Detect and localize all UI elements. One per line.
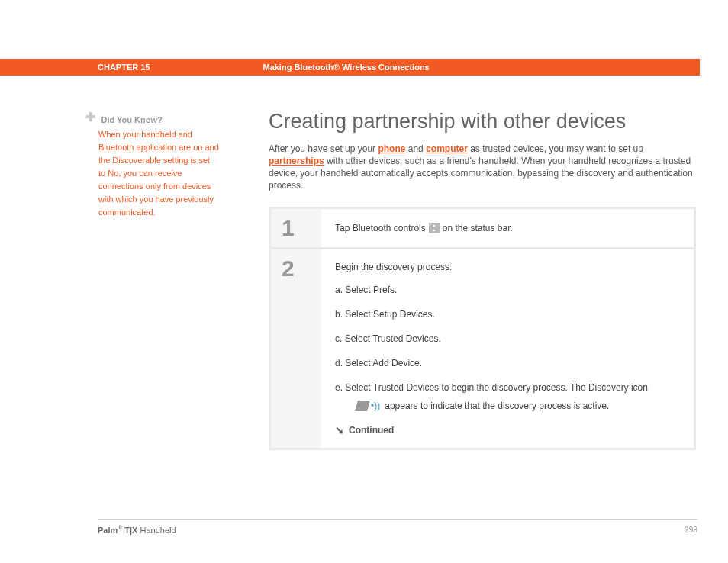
- substep-e-cont: appears to indicate that the discovery p…: [385, 399, 609, 413]
- plus-icon: ✚: [85, 112, 95, 123]
- step-1-row: 1 Tap Bluetooth controls on the status b…: [271, 209, 694, 249]
- chapter-header: CHAPTER 15 Making Bluetooth® Wireless Co…: [0, 59, 700, 76]
- continued-arrow-icon: ➘: [335, 423, 344, 437]
- steps-container: 1 Tap Bluetooth controls on the status b…: [269, 207, 696, 450]
- step-1-content: Tap Bluetooth controls on the status bar…: [321, 209, 694, 247]
- footer-brand: Palm: [98, 526, 118, 535]
- step-2-number: 2: [271, 249, 321, 448]
- sidebar-tip: ✚ Did You Know? When your handheld and B…: [85, 112, 219, 219]
- substep-a: a. Select Prefs.: [335, 283, 680, 297]
- intro-paragraph: After you have set up your phone and com…: [269, 143, 696, 191]
- phone-link[interactable]: phone: [378, 143, 405, 154]
- intro-text-pre: After you have set up your: [269, 143, 378, 154]
- did-you-know-label: Did You Know?: [101, 115, 162, 124]
- footer-model: T|X: [122, 526, 137, 535]
- sidebar-tip-text: When your handheld and Bluetooth applica…: [98, 128, 219, 219]
- did-you-know-row: ✚ Did You Know?: [85, 112, 219, 126]
- wave-icon: •)): [371, 399, 380, 413]
- substep-d: d. Select Add Device.: [335, 356, 680, 370]
- chapter-number: CHAPTER 15: [98, 63, 150, 72]
- step-1-number: 1: [271, 209, 321, 247]
- step-1-text-pre: Tap Bluetooth controls: [335, 221, 426, 235]
- main-content: Creating partnership with other devices …: [269, 110, 696, 450]
- continued-label: ➘ Continued: [335, 423, 680, 437]
- bluetooth-icon: [429, 223, 440, 233]
- discovery-icon: [355, 401, 370, 411]
- step-2-intro: Begin the discovery process:: [335, 260, 680, 274]
- computer-link[interactable]: computer: [426, 143, 468, 154]
- intro-text-post: with other devices, such as a friend's h…: [269, 156, 693, 191]
- chapter-title: Making Bluetooth® Wireless Connections: [263, 63, 429, 72]
- discovery-icon-line: •)) appears to indicate that the discove…: [335, 399, 680, 413]
- page-number: 299: [685, 526, 697, 534]
- footer-branding: Palm® T|X Handheld: [98, 524, 176, 535]
- footer-device: Handheld: [137, 526, 176, 535]
- step-1-text-post: on the status bar.: [443, 221, 513, 235]
- partnerships-link[interactable]: partnerships: [269, 156, 324, 166]
- intro-text-mid: as trusted devices, you may want to set …: [468, 143, 643, 154]
- step-2-row: 2 Begin the discovery process: a. Select…: [271, 249, 694, 448]
- intro-text-and: and: [405, 143, 426, 154]
- step-2-content: Begin the discovery process: a. Select P…: [321, 249, 694, 448]
- substep-c: c. Select Trusted Devices.: [335, 332, 680, 346]
- page-footer: Palm® T|X Handheld 299: [98, 519, 697, 535]
- page-title: Creating partnership with other devices: [269, 110, 696, 134]
- sub-steps-list: a. Select Prefs. b. Select Setup Devices…: [335, 283, 680, 413]
- continued-text: Continued: [349, 423, 394, 437]
- substep-b: b. Select Setup Devices.: [335, 307, 680, 321]
- substep-e: e. Select Trusted Devices to begin the d…: [335, 381, 680, 394]
